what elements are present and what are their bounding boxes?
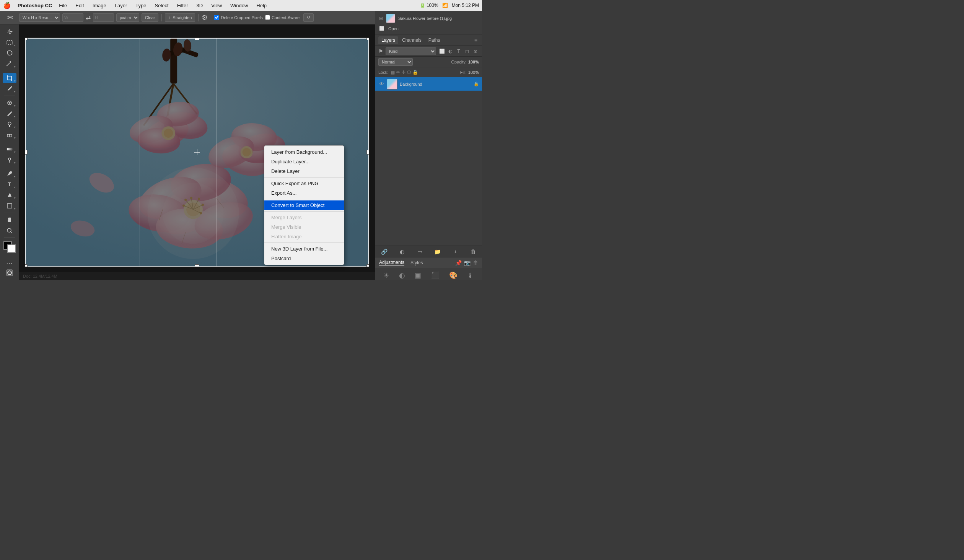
- width-input[interactable]: [62, 13, 83, 22]
- lock-paint-icon[interactable]: ✏: [396, 70, 400, 75]
- ctx-duplicate-layer[interactable]: Duplicate Layer...: [264, 157, 344, 166]
- history-source-item[interactable]: ⊞ Sakura Flower-before (1).jpg: [375, 12, 482, 24]
- channels-tab[interactable]: Channels: [399, 36, 425, 44]
- lock-transparency-icon[interactable]: ▩: [391, 70, 395, 75]
- add-adjustment-btn[interactable]: ◐: [397, 247, 407, 256]
- hand-tool[interactable]: [3, 215, 16, 225]
- more-tools-btn[interactable]: …: [3, 257, 16, 267]
- gradient-tool[interactable]: [3, 144, 16, 154]
- filter-kind-select[interactable]: Kind: [386, 47, 436, 55]
- ctx-delete-layer[interactable]: Delete Layer: [264, 166, 344, 176]
- lock-position-icon[interactable]: ✛: [402, 70, 405, 75]
- ctx-postcard[interactable]: Postcard: [264, 254, 344, 263]
- menu-select[interactable]: Select: [153, 2, 170, 9]
- layers-tab[interactable]: Layers: [378, 36, 398, 44]
- delete-cropped-checkbox[interactable]: [214, 15, 219, 20]
- reset-button[interactable]: ↺: [303, 13, 314, 22]
- styles-tab[interactable]: Styles: [410, 260, 423, 265]
- opacity-value[interactable]: 100%: [468, 60, 479, 64]
- filter-shape-icon[interactable]: ◻: [464, 48, 471, 55]
- menu-edit[interactable]: Edit: [74, 2, 85, 9]
- adj-tool-5[interactable]: 🎨: [449, 271, 458, 280]
- menu-window[interactable]: Window: [229, 2, 249, 9]
- menu-view[interactable]: View: [210, 2, 223, 9]
- add-folder-btn[interactable]: 📁: [433, 247, 442, 256]
- swap-icon[interactable]: ⇄: [86, 14, 91, 21]
- clear-button[interactable]: Clear: [142, 13, 158, 22]
- straighten-button[interactable]: ⟂ Straighten: [165, 13, 195, 22]
- menu-filter[interactable]: Filter: [176, 2, 190, 9]
- menu-layer[interactable]: Layer: [113, 2, 129, 9]
- content-aware-checkbox[interactable]: [265, 15, 270, 20]
- type-tool[interactable]: T: [3, 179, 16, 189]
- adjustments-tab[interactable]: Adjustments: [379, 260, 404, 265]
- lasso-tool[interactable]: [3, 48, 16, 58]
- crop-handle-top-right[interactable]: [366, 37, 369, 40]
- clone-stamp-tool[interactable]: [3, 119, 16, 129]
- filter-pixel-icon[interactable]: ⬜: [438, 48, 445, 55]
- link-layers-btn[interactable]: 🔗: [379, 247, 389, 256]
- crop-handle-bottom-right[interactable]: [366, 264, 369, 267]
- layer-item-background[interactable]: 👁 Background 🔒: [375, 77, 482, 91]
- unit-select[interactable]: px/cm: [116, 13, 139, 22]
- dodge-tool[interactable]: [3, 155, 16, 165]
- height-input[interactable]: [93, 13, 114, 22]
- fill-value[interactable]: 100%: [468, 70, 479, 75]
- adj-tool-3[interactable]: ▣: [415, 271, 421, 280]
- crop-handle-middle-left[interactable]: [25, 150, 28, 155]
- foreground-background-color[interactable]: [3, 241, 16, 253]
- filter-type-icon[interactable]: T: [455, 48, 462, 55]
- delete-cropped-checkbox-label[interactable]: Delete Cropped Pixels: [214, 15, 262, 20]
- paths-tab[interactable]: Paths: [425, 36, 443, 44]
- content-aware-checkbox-label[interactable]: Content-Aware: [265, 15, 300, 20]
- adj-tool-1[interactable]: ☀: [383, 271, 389, 280]
- menu-type[interactable]: Type: [134, 2, 148, 9]
- marquee-tool[interactable]: [3, 37, 16, 47]
- adj-tool-2[interactable]: ◐: [399, 271, 405, 280]
- ctx-new-3d-layer[interactable]: New 3D Layer from File...: [264, 244, 344, 254]
- adj-trash-icon[interactable]: 🗑: [473, 260, 478, 266]
- create-layer-btn[interactable]: +: [451, 247, 460, 256]
- move-tool[interactable]: [3, 27, 16, 37]
- adj-pin-icon[interactable]: 📌: [455, 260, 462, 266]
- size-preset-select[interactable]: W x H x Reso...: [19, 13, 60, 22]
- ctx-quick-export[interactable]: Quick Export as PNG: [264, 179, 344, 188]
- settings-icon[interactable]: ⚙: [202, 13, 208, 22]
- ctx-convert-smart-object[interactable]: Convert to Smart Object: [264, 200, 344, 210]
- filter-adjustment-icon[interactable]: ◐: [447, 48, 454, 55]
- shape-tool[interactable]: [3, 201, 16, 211]
- eyedropper-tool[interactable]: [3, 84, 16, 94]
- crop-handle-bottom-middle[interactable]: [195, 264, 199, 267]
- pen-tool[interactable]: [3, 169, 16, 179]
- menu-image[interactable]: Image: [91, 2, 108, 9]
- crop-handle-top-left[interactable]: [25, 37, 28, 40]
- menu-help[interactable]: Help: [255, 2, 268, 9]
- adj-tool-6[interactable]: 🌡: [467, 272, 474, 280]
- delete-layer-btn[interactable]: 🗑: [469, 247, 478, 256]
- adj-tool-4[interactable]: ⬛: [431, 271, 440, 280]
- filter-smart-icon[interactable]: ⊛: [472, 48, 479, 55]
- menu-3d[interactable]: 3D: [195, 2, 205, 9]
- crop-handle-bottom-left[interactable]: [25, 264, 28, 267]
- magic-wand-tool[interactable]: [3, 59, 16, 69]
- history-entry-open[interactable]: ⬜ Open: [375, 24, 482, 33]
- background-color[interactable]: [7, 244, 16, 253]
- adj-camera-icon[interactable]: 📷: [464, 260, 471, 266]
- add-mask-btn[interactable]: ▭: [415, 247, 424, 256]
- crop-tool[interactable]: [3, 73, 16, 83]
- brush-tool[interactable]: [3, 109, 16, 119]
- menu-file[interactable]: File: [57, 2, 68, 9]
- layer-visibility-bg[interactable]: 👁: [378, 81, 384, 87]
- ctx-export-as[interactable]: Export As...: [264, 188, 344, 198]
- ctx-layer-from-bg[interactable]: Layer from Background...: [264, 147, 344, 157]
- lock-all-icon[interactable]: 🔒: [412, 70, 418, 75]
- crop-handle-top-middle[interactable]: [195, 37, 199, 40]
- quick-mask-btn[interactable]: [3, 268, 16, 278]
- layers-panel-menu-btn[interactable]: ≡: [473, 37, 479, 43]
- apple-menu[interactable]: 🍎: [3, 2, 11, 9]
- blend-mode-select[interactable]: Normal: [378, 58, 413, 66]
- crop-handle-middle-right[interactable]: [366, 150, 369, 155]
- healing-tool[interactable]: [3, 98, 16, 108]
- zoom-tool[interactable]: [3, 226, 16, 236]
- eraser-tool[interactable]: [3, 130, 16, 140]
